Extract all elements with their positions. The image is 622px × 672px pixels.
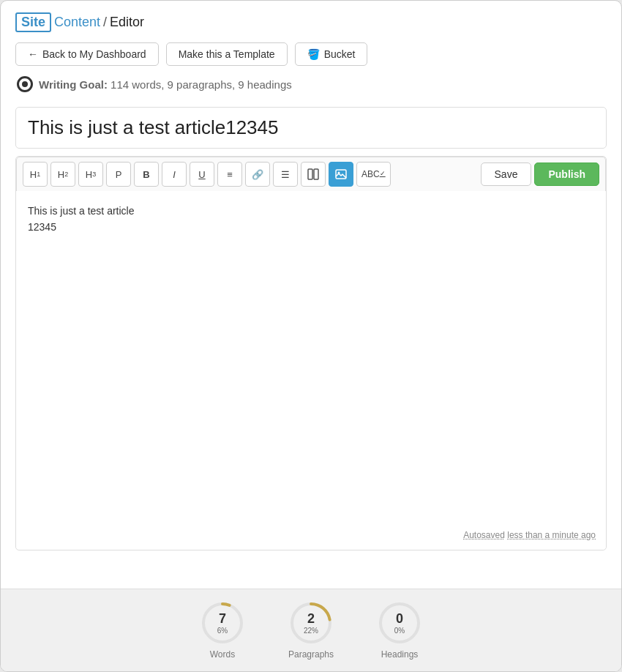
breadcrumb-sep: / <box>103 15 107 30</box>
article-title-input[interactable] <box>15 107 607 149</box>
svg-rect-1 <box>314 169 318 179</box>
paragraphs-label: Paragraphs <box>288 649 334 660</box>
words-number: 7 <box>217 611 228 627</box>
paragraphs-stat: 2 22% Paragraphs <box>288 601 334 660</box>
link-button[interactable]: 🔗 <box>245 162 270 187</box>
words-stat: 7 6% Words <box>201 601 244 660</box>
underline-button[interactable]: U <box>190 162 214 187</box>
top-bar: Site Content / Editor ← Back to My Dashb… <box>1 1 621 107</box>
bucket-icon: 🪣 <box>307 48 320 60</box>
goal-text: Writing Goal: 114 words, 9 paragraphs, 9… <box>39 78 292 91</box>
main-content: H1 H2 H3 P B I U ≡ 🔗 ☰ <box>1 107 621 589</box>
words-percent: 6% <box>217 627 228 635</box>
align-button[interactable]: ≡ <box>217 162 242 187</box>
editor-body[interactable]: This is just a test article 12345 Autosa… <box>16 191 606 550</box>
publish-button[interactable]: Publish <box>534 163 599 186</box>
editor-wrapper: H1 H2 H3 P B I U ≡ 🔗 ☰ <box>15 156 607 550</box>
h2-button[interactable]: H2 <box>50 162 75 187</box>
autosave-time: less than a minute ago <box>507 530 596 540</box>
italic-button[interactable]: I <box>162 162 187 187</box>
image-button[interactable] <box>329 162 353 187</box>
svg-rect-0 <box>308 169 312 179</box>
bucket-button[interactable]: 🪣 Bucket <box>295 42 368 66</box>
headings-number: 0 <box>394 611 405 627</box>
arrow-left-icon: ← <box>28 48 38 60</box>
back-button[interactable]: ← Back to My Dashboard <box>15 42 159 66</box>
h1-button[interactable]: H1 <box>23 162 48 187</box>
breadcrumb-editor: Editor <box>110 15 144 30</box>
breadcrumb-content[interactable]: Content <box>54 15 100 30</box>
goal-icon <box>17 76 33 92</box>
headings-label: Headings <box>381 649 419 660</box>
headings-percent: 0% <box>394 627 405 635</box>
template-button[interactable]: Make this a Template <box>166 42 288 66</box>
headings-circle: 0 0% <box>378 601 421 645</box>
bottom-bar: 7 6% Words 2 22% Paragraphs <box>1 589 621 671</box>
app-window: Site Content / Editor ← Back to My Dashb… <box>0 0 622 672</box>
editor-line-1: This is just a test article <box>28 203 594 219</box>
p-button[interactable]: P <box>106 162 131 187</box>
writing-goal: Writing Goal: 114 words, 9 paragraphs, 9… <box>15 76 607 92</box>
columns-button[interactable] <box>301 162 326 187</box>
paragraphs-circle: 2 22% <box>289 601 333 645</box>
bold-button[interactable]: B <box>134 162 159 187</box>
words-label: Words <box>210 649 235 660</box>
action-buttons: ← Back to My Dashboard Make this a Templ… <box>15 42 607 66</box>
paragraphs-percent: 22% <box>304 627 318 635</box>
list-button[interactable]: ☰ <box>273 162 298 187</box>
paragraphs-number: 2 <box>304 611 318 627</box>
editor-toolbar: H1 H2 H3 P B I U ≡ 🔗 ☰ <box>16 157 606 191</box>
spellcheck-button[interactable]: ABC✓ <box>356 162 391 187</box>
breadcrumb-site[interactable]: Site <box>15 12 51 32</box>
h3-button[interactable]: H3 <box>78 162 103 187</box>
editor-line-2: 12345 <box>28 219 594 235</box>
breadcrumb: Site Content / Editor <box>15 12 607 32</box>
autosave-status: Autosaved less than a minute ago <box>463 529 596 542</box>
headings-stat: 0 0% Headings <box>378 601 421 660</box>
words-circle: 7 6% <box>201 601 244 645</box>
save-button[interactable]: Save <box>481 163 532 186</box>
